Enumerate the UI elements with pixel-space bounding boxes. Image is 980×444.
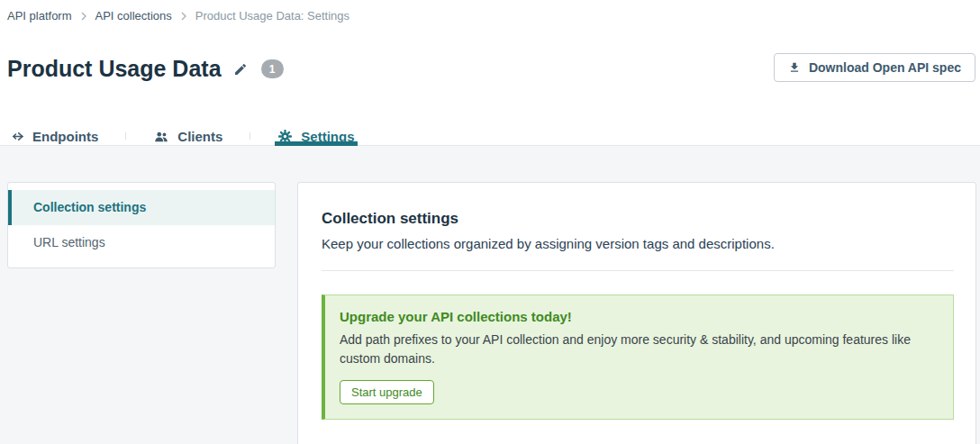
sidebar-item-label: Collection settings <box>33 200 146 214</box>
collection-settings-panel: Collection settings Keep your collection… <box>297 182 976 444</box>
download-icon <box>788 61 801 74</box>
edit-title-pencil-icon[interactable] <box>233 62 248 77</box>
sidebar-item-collection-settings[interactable]: Collection settings <box>8 190 275 225</box>
panel-divider <box>322 270 954 271</box>
sidebar-item-url-settings[interactable]: URL settings <box>8 225 275 260</box>
settings-content-area: Collection settings URL settings Collect… <box>0 146 980 444</box>
tab-clients-label: Clients <box>177 129 222 144</box>
chevron-right-icon <box>80 12 87 21</box>
tab-endpoints[interactable]: Endpoints <box>0 129 125 145</box>
start-upgrade-button[interactable]: Start upgrade <box>340 380 434 404</box>
settings-sidebar: Collection settings URL settings <box>7 182 276 268</box>
breadcrumb-current-page: Product Usage Data: Settings <box>195 9 349 23</box>
breadcrumb-link-api-platform[interactable]: API platform <box>7 9 72 23</box>
tab-endpoints-label: Endpoints <box>32 129 98 144</box>
collection-tabbar: Endpoints Clients <box>0 129 980 146</box>
gear-icon <box>277 129 293 144</box>
breadcrumb-link-api-collections[interactable]: API collections <box>95 9 172 23</box>
tab-settings[interactable]: Settings <box>250 129 381 145</box>
page-title: Product Usage Data <box>7 57 222 82</box>
page-header: Product Usage Data 1 Download Open API s… <box>0 57 980 82</box>
version-count-badge: 1 <box>261 59 284 78</box>
download-open-api-spec-button[interactable]: Download Open API spec <box>774 53 975 82</box>
sidebar-item-label: URL settings <box>33 235 105 249</box>
clients-icon <box>153 129 169 145</box>
panel-description: Keep your collections organized by assig… <box>322 236 954 251</box>
endpoints-icon <box>9 129 24 144</box>
download-button-label: Download Open API spec <box>809 60 961 75</box>
breadcrumb: API platform API collections Product Usa… <box>0 0 980 23</box>
panel-heading: Collection settings <box>322 210 954 228</box>
upgrade-alert: Upgrade your API collections today! Add … <box>322 294 954 420</box>
tab-settings-label: Settings <box>301 129 354 144</box>
tab-clients[interactable]: Clients <box>126 129 250 145</box>
upgrade-alert-body: Add path prefixes to your API collection… <box>340 331 939 368</box>
chevron-right-icon <box>180 12 187 21</box>
upgrade-alert-title: Upgrade your API collections today! <box>340 309 939 324</box>
